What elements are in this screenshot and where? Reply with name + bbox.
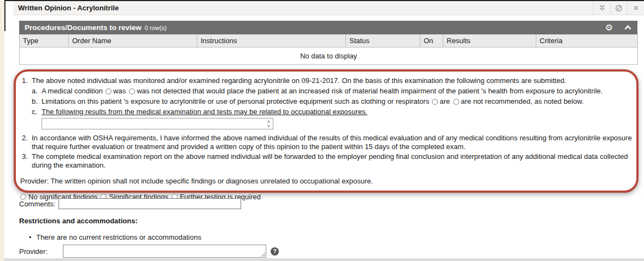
item-number: 3. [20, 152, 32, 170]
column-header-order-name[interactable]: Order Name [69, 34, 197, 48]
empty-table-row: No data to display [20, 48, 638, 65]
item-1a-pre-text: A medical condition [42, 87, 103, 95]
opinion-item-1a: a. A medical conditionwaswas not detecte… [32, 87, 632, 96]
opinion-item-1: 1. The above noted individual was monito… [20, 76, 632, 130]
radio-are-not[interactable] [453, 99, 459, 105]
provider-input[interactable] [63, 245, 266, 258]
written-opinion-highlight-box: 1. The above noted individual was monito… [14, 69, 639, 193]
item-letter: b. [32, 97, 42, 106]
table-header-row: Type Order Name Instructions Status On R… [20, 34, 638, 48]
radio-are-not-label[interactable]: are not [461, 97, 483, 105]
column-header-status[interactable]: Status [346, 34, 420, 48]
left-margin-strip [0, 1, 4, 261]
radio-was-not-label[interactable]: was not [137, 87, 161, 95]
item-1b-post-text: recommended, as noted below. [483, 97, 583, 105]
spinner-buttons [265, 118, 273, 129]
item-number: 2. [20, 134, 32, 151]
radio-are[interactable] [432, 99, 438, 105]
opinion-item-3-text: The complete medical examination report … [32, 152, 632, 170]
item-letter: c. [32, 108, 42, 116]
item-number: 1. [20, 76, 32, 130]
opinion-item-1b: b. Limitations on this patient 's exposu… [32, 97, 632, 106]
opinion-item-1a-text: A medical conditionwaswas not detected t… [42, 87, 602, 96]
exam-results-spinner-field [42, 118, 273, 129]
opinion-item-2: 2. In accordance with OSHA requirements,… [20, 134, 632, 151]
window-titlebar: Written Opinion - Acrylonitrile [13, 1, 644, 15]
opinion-item-1c: c. The following results from the medica… [32, 108, 632, 116]
restrictions-bullet-text: There are no current restrictions or acc… [36, 233, 201, 241]
page-title: Written Opinion - Acrylonitrile [13, 4, 119, 12]
collapse-all-icon[interactable] [593, 1, 610, 15]
provider-label: Provider: [19, 247, 63, 256]
close-icon[interactable] [627, 1, 644, 15]
panel-title: Procedures/Documents to review [25, 23, 142, 32]
gear-icon[interactable] [605, 23, 613, 32]
block-icon[interactable] [610, 1, 627, 15]
procedures-panel: Procedures/Documents to review 0 row(s) … [19, 21, 637, 65]
comments-label: Comments: [19, 200, 55, 208]
provider-note: Provider: The written opinion shall not … [20, 177, 632, 186]
panel-icon-group [605, 23, 632, 32]
item-1a-post-text: detected that would place the patient at… [161, 87, 602, 95]
item-letter: a. [32, 87, 42, 96]
radio-was-not[interactable] [129, 88, 135, 94]
provider-field-row: Provider: [19, 245, 279, 258]
opinion-item-1b-text: Limitations on this patient 's exposure … [42, 97, 584, 106]
collapse-panel-icon[interactable] [624, 25, 632, 31]
titlebar-icon-group [593, 1, 644, 15]
left-border [4, 0, 5, 31]
column-header-on[interactable]: On [420, 34, 443, 48]
bullet-icon [29, 234, 31, 241]
exam-results-field-row [42, 118, 632, 129]
opinion-item-3: 3. The complete medical examination repo… [20, 152, 632, 170]
opinion-item-1c-text: The following results from the medical e… [42, 108, 367, 116]
column-header-type[interactable]: Type [20, 34, 69, 48]
spinner-down-icon[interactable] [267, 124, 270, 128]
help-icon[interactable] [271, 247, 279, 256]
item-1b-pre-text: Limitations on this patient 's exposure … [42, 97, 429, 105]
comments-field-row: Comments: [19, 198, 241, 209]
bottom-edge-strip [4, 258, 644, 261]
opinion-item-2-text: In accordance with OSHA requirements, I … [32, 134, 632, 151]
no-data-message: No data to display [20, 48, 638, 65]
row-count-label: 0 row(s) [145, 25, 167, 31]
restrictions-bullet-row: There are no current restrictions or acc… [29, 233, 201, 241]
radio-was[interactable] [106, 88, 112, 94]
restrictions-heading: Restrictions and accommodations: [19, 217, 138, 225]
column-header-instructions[interactable]: Instructions [197, 34, 346, 48]
comments-input[interactable] [58, 198, 241, 209]
opinion-item-1-text: The above noted individual was monitored… [32, 76, 632, 85]
procedures-panel-header: Procedures/Documents to review 0 row(s) [19, 21, 637, 34]
exam-results-input[interactable] [42, 118, 273, 129]
radio-was-label[interactable]: was [113, 87, 126, 95]
column-header-criteria[interactable]: Criteria [536, 34, 638, 48]
procedures-table: Type Order Name Instructions Status On R… [19, 34, 638, 65]
radio-are-label[interactable]: are [440, 97, 450, 105]
column-header-results[interactable]: Results [443, 34, 536, 48]
